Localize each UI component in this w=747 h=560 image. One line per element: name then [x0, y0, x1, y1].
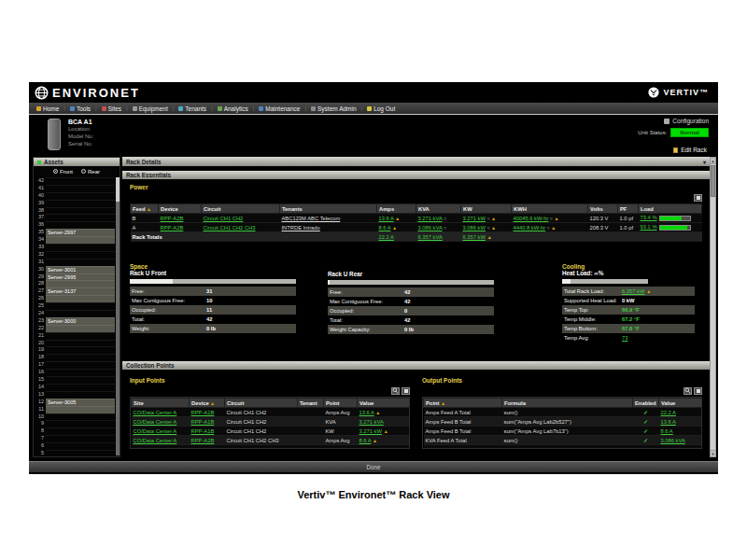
power-col-kva[interactable]: KVA — [416, 204, 461, 214]
load-link[interactable]: 93.1 % — [641, 224, 657, 230]
output-col-label: Point — [426, 400, 440, 406]
tenant-link[interactable]: INTRDE Intrado — [282, 225, 320, 231]
device-link[interactable]: RPP-A1B — [191, 428, 215, 434]
power-col-tenants[interactable]: Tenants — [280, 204, 377, 214]
device-link[interactable]: RPP-A1B — [191, 419, 215, 425]
sidebar-scrollbar-thumb[interactable] — [116, 177, 120, 202]
nav-item-equipment[interactable]: Equipment — [133, 105, 168, 112]
amps-link[interactable]: 13.6 A — [379, 216, 394, 221]
device-link[interactable]: RPP-A2B — [191, 438, 215, 443]
rack-server-item[interactable]: Server-2995 — [46, 273, 115, 281]
value-link[interactable]: 3.271 kVA — [359, 419, 384, 425]
nav-item-log-out[interactable]: Log Out — [367, 105, 395, 112]
rack-thumbnail[interactable] — [48, 119, 61, 150]
input-col-point[interactable]: Point — [324, 399, 358, 408]
site-link[interactable]: CO/Data Center A — [134, 410, 177, 415]
power-col-device[interactable]: Device — [159, 204, 202, 214]
done-button[interactable]: Done — [29, 461, 718, 472]
value-link[interactable]: 3.271 kW — [661, 447, 684, 450]
power-col-kwh[interactable]: KWH — [512, 204, 588, 214]
device-link[interactable]: RPP-A2B — [161, 216, 184, 221]
collapse-icon[interactable]: ▾ — [703, 159, 706, 165]
sidebar-scrollbar[interactable] — [116, 177, 120, 455]
rear-radio[interactable]: Rear — [81, 169, 100, 175]
kw-link[interactable]: 3.271 kW — [463, 216, 486, 221]
tenant-link[interactable]: ABC123M ABC Telecom — [282, 216, 341, 221]
columns-icon[interactable] — [402, 387, 410, 395]
search-icon[interactable] — [684, 387, 692, 395]
total-amps-link[interactable]: 22.2 A — [379, 234, 394, 240]
input-col-circuit[interactable]: Circuit — [225, 399, 298, 408]
power-col-kw[interactable]: KW — [461, 204, 512, 214]
value-link[interactable]: 13.6 A — [661, 419, 676, 425]
device-link[interactable]: RPP-A1B — [191, 410, 215, 415]
total-kva-link[interactable]: 6.357 kVA — [418, 234, 443, 240]
rack-server-item[interactable]: Server-3001 — [46, 266, 115, 273]
columns-icon[interactable] — [694, 387, 702, 395]
main-scrollbar[interactable]: ▲ ▼ — [710, 157, 716, 457]
device-link[interactable]: RPP-A2B — [161, 225, 184, 231]
site-link[interactable]: CO/Data Center A — [134, 419, 177, 425]
power-col-pf[interactable]: PF — [618, 204, 639, 214]
value-link[interactable]: 8.6 A — [359, 438, 372, 443]
output-col-value[interactable]: Value — [659, 399, 703, 408]
scroll-up-icon[interactable]: ▲ — [711, 158, 715, 164]
amps-link[interactable]: 8.6 A — [379, 225, 391, 231]
total-kw-link[interactable]: 6.357 kW — [463, 234, 486, 240]
nav-item-analytics[interactable]: Analytics — [218, 105, 248, 112]
value-link[interactable]: 8.6 A — [661, 428, 673, 434]
rack-server-item[interactable]: Server-3005 — [46, 399, 115, 406]
value-link[interactable]: 3.086 kVA — [661, 438, 685, 443]
rack-details-header[interactable]: Rack Details ▾ — [122, 157, 710, 166]
kwh-link[interactable]: 40045.6 kW-hr — [514, 216, 549, 221]
nav-item-tenants[interactable]: Tenants — [178, 105, 206, 112]
rack-server-item[interactable]: Server-3137 — [46, 287, 115, 295]
input-col-tenant[interactable]: Tenant — [298, 399, 324, 408]
collection-points-header[interactable]: Collection Points — [122, 361, 710, 370]
load-link[interactable]: 73.4 % — [641, 215, 657, 220]
kva-link[interactable]: 3.086 kVA — [418, 225, 443, 231]
value-link[interactable]: 22.2 A — [661, 410, 676, 415]
power-col-load[interactable]: Load — [639, 204, 702, 214]
kva-link[interactable]: 3.271 kVA — [418, 216, 443, 221]
power-col-volts[interactable]: Volts — [588, 204, 618, 214]
total-rack-load-link[interactable]: 6.357 kW — [622, 288, 645, 294]
power-col-circuit[interactable]: Circuit — [202, 204, 280, 214]
output-col-formula[interactable]: Formula — [502, 399, 633, 408]
scroll-down-icon[interactable]: ▼ — [711, 450, 715, 456]
front-radio[interactable]: Front — [53, 169, 73, 175]
kwh-link[interactable]: 4440.8 kW-hr — [514, 225, 546, 231]
assets-header[interactable]: Assets — [34, 158, 120, 166]
site-link[interactable]: CO/Data Center A — [134, 438, 177, 443]
circuit-link[interactable]: Circuit CH1 CH2 CH3 — [204, 225, 256, 231]
nav-item-home[interactable]: Home — [36, 105, 59, 112]
input-col-site[interactable]: Site — [132, 399, 190, 408]
nav-item-system-admin[interactable]: System Admin — [311, 105, 357, 112]
site-link[interactable]: CO/Data Center A — [134, 447, 177, 450]
value-link[interactable]: 3.086 kVA — [359, 447, 384, 450]
rack-server-item[interactable]: Server-3000 — [46, 317, 115, 325]
main-scrollbar-thumb[interactable] — [711, 165, 715, 197]
nav-item-sites[interactable]: Sites — [102, 105, 121, 112]
device-link[interactable]: RPP-A2B — [191, 447, 215, 450]
output-col-enabled[interactable]: Enabled — [633, 399, 659, 408]
rack-server-item[interactable]: Server-2997 — [46, 229, 115, 236]
nav-item-maintenance[interactable]: Maintenance — [259, 105, 300, 112]
input-col-device[interactable]: Device ▲ — [190, 399, 225, 408]
columns-icon[interactable] — [694, 194, 702, 202]
nav-item-tools[interactable]: Tools — [70, 105, 91, 112]
configuration-link[interactable]: Configuration — [664, 118, 709, 124]
power-col-feed[interactable]: Feed ▲ — [131, 204, 159, 214]
temp-avg-link[interactable]: 73 — [622, 335, 627, 341]
value-link[interactable]: 3.271 kW — [359, 428, 383, 434]
search-icon[interactable] — [391, 387, 400, 395]
value-link[interactable]: 13.6 A — [359, 410, 374, 415]
site-link[interactable]: CO/Data Center A — [134, 428, 177, 434]
output-col-point[interactable]: Point ▲ — [424, 399, 502, 408]
circuit-link[interactable]: Circuit CH1 CH2 — [204, 216, 244, 221]
kw-link[interactable]: 3.086 kW — [463, 225, 486, 231]
rack-essentials-header[interactable]: Rack Essentials — [122, 171, 710, 179]
power-col-amps[interactable]: Amps — [377, 204, 416, 214]
edit-rack-link[interactable]: Edit Rack — [673, 147, 707, 153]
input-col-value[interactable]: Value — [358, 399, 411, 408]
